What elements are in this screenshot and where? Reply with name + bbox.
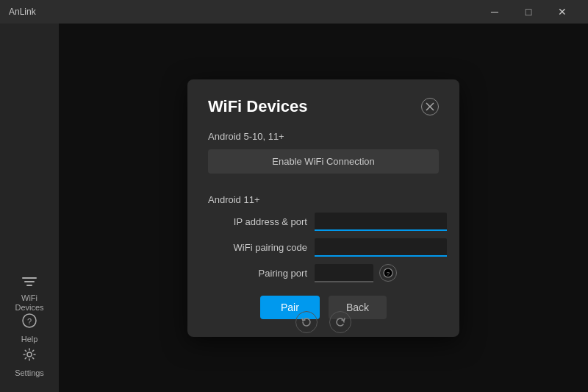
modal-close-button[interactable]: [421, 98, 439, 115]
modal-header: WiFi Devices: [208, 97, 439, 116]
close-button[interactable]: ✕: [545, 0, 579, 24]
pairing-code-row: WiFi pairing code: [208, 238, 439, 257]
sidebar-item-settings[interactable]: Settings: [3, 341, 56, 383]
android-5-10-label: Android 5-10, 11+: [208, 131, 439, 142]
bottom-icons: [295, 311, 351, 333]
pairing-port-row: Pairing port ?: [208, 264, 439, 282]
svg-rect-0: [24, 281, 35, 282]
sidebar: WiFiDevices ? Help Settings: [0, 24, 59, 392]
svg-point-5: [27, 352, 32, 357]
pairing-port-label: Pairing port: [208, 268, 315, 279]
pairing-code-label: WiFi pairing code: [208, 242, 315, 253]
wifi-devices-modal: WiFi Devices Android 5-10, 11+ Enable Wi…: [187, 79, 459, 337]
main-layout: WiFiDevices ? Help Settings: [0, 24, 588, 392]
modal-overlay: WiFi Devices Android 5-10, 11+ Enable Wi…: [59, 24, 588, 392]
pairing-port-help-button[interactable]: ?: [379, 264, 397, 282]
settings-icon: [22, 347, 37, 366]
minimize-button[interactable]: ─: [478, 0, 512, 24]
android-11-label: Android 11+: [208, 194, 439, 205]
enable-wifi-button[interactable]: Enable WiFi Connection: [208, 149, 439, 174]
modal-title: WiFi Devices: [208, 97, 308, 116]
wifi-devices-icon: [21, 271, 37, 291]
ip-port-row: IP address & port: [208, 213, 439, 231]
pairing-code-input[interactable]: [315, 238, 447, 257]
title-bar: AnLink ─ □ ✕: [0, 0, 588, 24]
maximize-button[interactable]: □: [512, 0, 545, 24]
sidebar-item-label-settings: Settings: [15, 368, 44, 377]
pairing-port-input[interactable]: [315, 264, 373, 282]
android-5-10-section: Android 5-10, 11+ Enable WiFi Connection: [208, 131, 439, 188]
ip-port-label: IP address & port: [208, 216, 315, 227]
app-title: AnLink: [9, 7, 36, 17]
android-11-section: Android 11+ IP address & port WiFi pairi…: [208, 194, 439, 282]
reload-icon-button[interactable]: [329, 311, 351, 333]
svg-text:?: ?: [27, 317, 32, 326]
window-controls: ─ □ ✕: [478, 0, 579, 24]
ip-port-input[interactable]: [315, 213, 447, 231]
svg-rect-2: [26, 285, 32, 286]
help-icon: ?: [22, 313, 37, 332]
svg-text:?: ?: [387, 271, 390, 277]
svg-rect-1: [22, 277, 37, 279]
refresh-icon-button[interactable]: [295, 311, 318, 333]
